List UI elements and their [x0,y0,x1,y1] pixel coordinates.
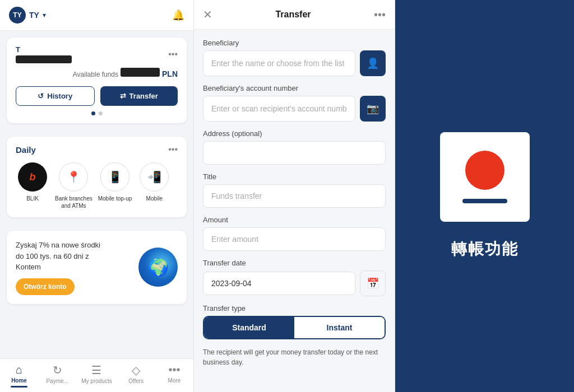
notification-bell-icon[interactable]: 🔔 [172,9,184,21]
left-panel: TY TY ▾ 🔔 T ••• Available funds PLN ↺ Hi… [0,0,193,392]
home-label: Home [11,377,27,384]
home-icon: ⌂ [16,363,22,376]
more-icon: ••• [168,363,180,376]
account-number-input[interactable] [203,96,355,122]
account-number-group: Beneficiary's account number 📷 [203,84,386,122]
address-group: Address (optional) [203,129,386,165]
nav-item-offers[interactable]: ◇ Offers [122,363,150,390]
open-account-button[interactable]: Otwórz konto [16,278,75,295]
daily-item-mobile-topup[interactable]: 📱 Mobile top-up [98,162,132,209]
transfer-form-body: Beneficiary 👤 Beneficiary's account numb… [194,30,395,381]
transfer-more-button[interactable]: ••• [374,8,386,21]
nav-item-more[interactable]: ••• More [160,363,188,390]
beneficiary-input[interactable] [203,50,355,76]
card-header: T ••• [16,45,178,63]
payments-label: Payme... [46,378,68,384]
dot-1 [91,111,95,115]
funds-row: Available funds PLN [16,68,178,78]
daily-header: Daily ••• [16,144,178,155]
account-number-label: Beneficiary's account number [203,84,386,92]
account-input-row: 📷 [203,96,386,122]
card-label: T [16,45,72,54]
blik-icon: b [18,162,47,192]
chevron-down-icon[interactable]: ▾ [43,11,46,19]
beneficiary-group: Beneficiary 👤 [203,39,386,76]
amount-group: Amount [203,216,386,251]
date-input[interactable] [203,272,355,295]
promo-text: Zyskaj 7% na nowe środkido 100 tys. na 6… [16,240,100,273]
mobile-label: Mobile [146,195,163,202]
available-funds-label: Available funds [73,71,118,78]
app-header: TY TY ▾ 🔔 [0,0,193,31]
offers-icon: ◇ [132,363,140,377]
mobile-topup-label: Mobile top-up [98,195,132,202]
title-label: Title [203,172,386,181]
address-label: Address (optional) [203,129,386,138]
instant-toggle[interactable]: Instant [294,317,385,338]
transfer-type-toggle: Standard Instant [203,316,386,339]
carousel-dots [16,111,178,115]
title-input[interactable] [203,184,386,208]
more-label: More [168,377,180,384]
camera-icon: 📷 [367,102,379,115]
avatar: TY [9,7,26,24]
blue-bar [462,199,507,203]
beneficiary-contact-button[interactable]: 👤 [360,50,386,76]
history-icon: ↺ [38,92,44,100]
products-icon: ☰ [91,363,101,377]
bank-atm-label: Bank branchesand ATMs [55,195,92,209]
funds-currency: PLN [162,69,178,78]
history-button[interactable]: ↺ History [16,86,95,106]
promo-card: Zyskaj 7% na nowe środkido 100 tys. na 6… [7,231,187,304]
daily-item-mobile[interactable]: 📲 Mobile [137,162,171,209]
blik-label: BLIK [26,195,39,202]
dot-2 [99,111,103,115]
daily-section: Daily ••• b BLIK 📍 Bank branchesand ATMs… [7,137,187,217]
active-bar [11,386,27,388]
daily-item-blik[interactable]: b BLIK [16,162,49,209]
amount-label: Amount [203,216,386,224]
nav-item-products[interactable]: ☰ My products [81,363,112,390]
standard-toggle[interactable]: Standard [204,317,294,338]
close-button[interactable]: ✕ [203,8,212,21]
brand-card [440,132,530,222]
beneficiary-label: Beneficiary [203,39,386,47]
amount-input[interactable] [203,227,386,251]
transfer-header: ✕ Transfer ••• [194,0,395,30]
header-left: TY TY ▾ [9,7,46,24]
transfer-note: The recipient will get your money transf… [203,347,386,372]
daily-title: Daily [16,145,36,155]
red-circle [465,151,504,190]
action-buttons: ↺ History ⇄ Transfer [16,86,178,106]
title-group: Title [203,172,386,208]
address-input[interactable] [203,141,386,165]
card-more-icon[interactable]: ••• [168,49,178,59]
card-title-block: T [16,45,72,63]
contact-icon: 👤 [367,57,379,69]
nav-item-home[interactable]: ⌂ Home [5,363,33,390]
type-label: Transfer type [203,304,386,312]
daily-more-icon[interactable]: ••• [168,144,178,155]
card-number-masked [16,55,72,63]
scan-qr-button[interactable]: 📷 [360,96,386,122]
promo-image: 🌍 [138,248,178,287]
funds-amount-masked [121,68,160,77]
transfer-type-group: Transfer type Standard Instant [203,304,386,339]
mobile-topup-icon: 📱 [100,162,129,192]
user-name: TY [29,11,39,20]
date-row: 📅 [203,270,386,296]
daily-icons: b BLIK 📍 Bank branchesand ATMs 📱 Mobile … [16,162,178,209]
transfer-title: Transfer [275,10,311,20]
daily-item-bank-atm[interactable]: 📍 Bank branchesand ATMs [55,162,92,209]
bottom-nav: ⌂ Home ↻ Payme... ☰ My products ◇ Offers… [0,358,193,392]
transfer-icon: ⇄ [120,92,126,100]
transfer-button[interactable]: ⇄ Transfer [100,86,178,106]
date-group: Transfer date 📅 [203,259,386,296]
nav-item-payments[interactable]: ↻ Payme... [43,363,71,390]
calendar-button[interactable]: 📅 [360,270,386,296]
products-label: My products [81,378,112,384]
brand-text: 轉帳功能 [451,239,519,260]
account-card: T ••• Available funds PLN ↺ History ⇄ Tr… [7,38,187,123]
payments-icon: ↻ [53,363,62,377]
transfer-panel: ✕ Transfer ••• Beneficiary 👤 Beneficiary… [193,0,395,392]
